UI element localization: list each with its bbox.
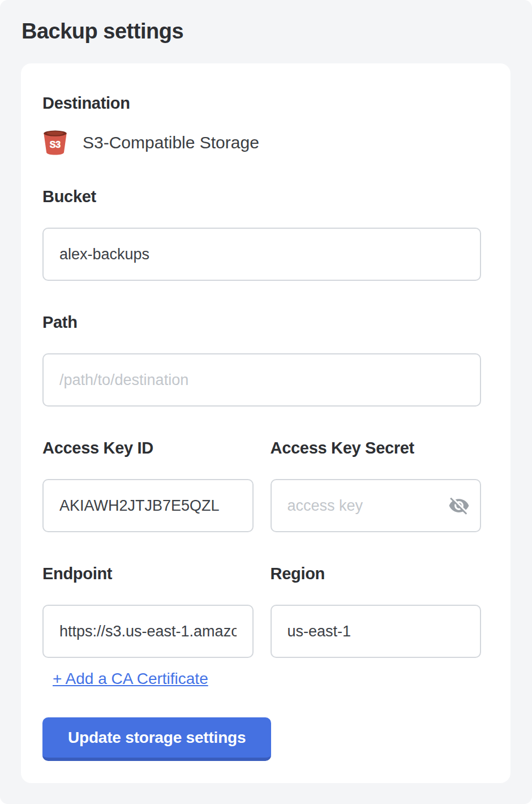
destination-label: Destination [42, 93, 481, 113]
access-key-row: Access Key ID Access Key Secret [42, 438, 481, 532]
eye-off-icon [448, 495, 470, 516]
destination-value-row: S3 S3-Compatible Storage [42, 129, 481, 156]
page-title: Backup settings [0, 0, 532, 44]
access-key-id-input[interactable] [42, 479, 254, 532]
access-key-id-label: Access Key ID [42, 438, 254, 457]
access-key-secret-field [271, 479, 482, 532]
add-ca-certificate-link[interactable]: + Add a CA Certificate [53, 670, 208, 688]
toggle-secret-visibility-button[interactable] [447, 494, 471, 518]
ca-link-row: + Add a CA Certificate [42, 658, 481, 688]
s3-bucket-icon: S3 [42, 129, 68, 156]
bucket-label: Bucket [42, 187, 481, 206]
access-key-secret-label: Access Key Secret [271, 438, 482, 457]
destination-value: S3-Compatible Storage [83, 133, 259, 152]
endpoint-input[interactable] [42, 605, 254, 658]
update-storage-settings-button[interactable]: Update storage settings [42, 717, 271, 761]
bucket-input[interactable] [42, 228, 481, 281]
path-input[interactable] [42, 353, 481, 407]
path-label: Path [42, 313, 481, 332]
svg-text:S3: S3 [50, 140, 61, 149]
endpoint-region-row: Endpoint Region [42, 564, 481, 658]
region-label: Region [271, 564, 482, 583]
endpoint-label: Endpoint [42, 564, 254, 583]
backup-settings-page: Backup settings Destination S3 S3-Compat… [0, 0, 532, 804]
region-input[interactable] [271, 605, 482, 658]
backup-settings-card: Destination S3 S3-Compatible Storage Buc… [21, 63, 510, 783]
